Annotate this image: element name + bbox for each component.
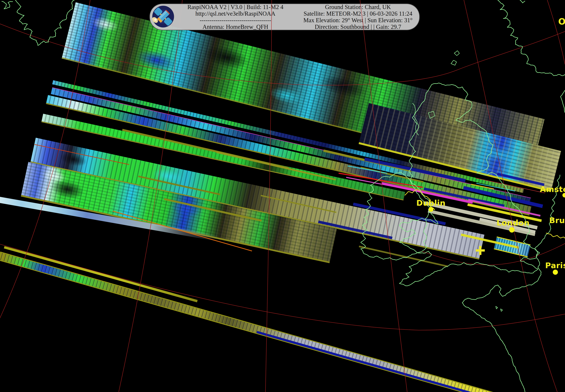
graticule-line-over-box [360, 4, 364, 30]
graticule-over-box [0, 0, 565, 392]
graticule-line-over-box [271, 4, 272, 30]
satellite-composite-image: Dublin London Paris Amste Bru O RaspiNOA… [0, 0, 565, 392]
